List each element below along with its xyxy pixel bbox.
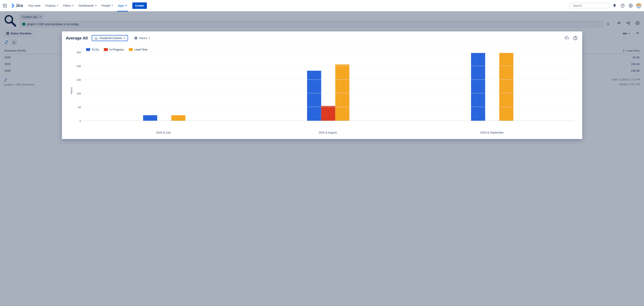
help-icon[interactable] [572,35,578,41]
legend-item[interactable]: In Progress [104,48,124,51]
bar[interactable] [321,106,335,121]
grid-line [82,52,574,52]
legend-item[interactable]: To Do [86,48,99,51]
settings-icon[interactable] [628,3,634,8]
legend-item[interactable]: Lead Time [129,48,148,51]
search-input[interactable] [573,4,608,7]
chart-type-select[interactable]: Clustered Column [92,35,128,41]
y-tick: 150 [76,78,81,82]
legend-swatch [86,48,90,51]
svg-point-35 [135,38,136,39]
jira-logo-text: Jira [16,3,23,8]
bar[interactable] [143,115,157,121]
chart-plot [82,52,574,121]
unit-select[interactable]: Hours [132,35,152,41]
nav-dashboards[interactable]: Dashboards [76,2,99,9]
y-axis: 050100150200250 [74,52,82,121]
top-nav: Jira Your work Projects Filters Dashboar… [0,0,644,11]
legend-swatch [129,48,133,51]
grid-line [82,80,574,80]
grid-line [82,93,574,93]
svg-point-4 [630,5,631,6]
app-switcher-icon[interactable] [2,3,7,8]
bar[interactable] [171,115,185,121]
chevron-down-icon [72,5,74,6]
jira-logo[interactable]: Jira [10,3,23,8]
chevron-down-icon [57,5,58,6]
svg-point-37 [575,39,576,39]
bar[interactable] [471,53,485,121]
chevron-down-icon [124,38,125,39]
y-axis-label: Hours [70,87,73,94]
avatar[interactable] [636,3,642,8]
nav-your-work[interactable]: Your work [26,2,43,9]
y-tick: 0 [80,120,81,122]
topbar-right [569,3,642,8]
nav-items: Your work Projects Filters Dashboards Pe… [26,2,129,9]
eye-icon [134,36,138,40]
chevron-down-icon [112,5,113,6]
nav-filters[interactable]: Filters [61,2,76,9]
bar[interactable] [499,53,513,121]
modal-title: Average All [66,36,88,40]
bar[interactable] [335,64,349,121]
nav-projects[interactable]: Projects [43,2,60,9]
chart-legend: To DoIn ProgressLead Time [86,48,574,51]
chevron-down-icon [95,5,97,6]
x-axis: 2020 & July2020 & August2020 & September [81,129,574,134]
download-icon[interactable] [564,35,569,41]
bar-group [82,52,246,121]
bar[interactable] [307,71,321,121]
chart-modal: Average All Clustered Column Hours To Do… [62,32,582,139]
notifications-icon[interactable] [612,3,618,8]
x-tick: 2020 & August [246,129,410,134]
x-tick: 2020 & September [410,129,574,134]
y-tick: 50 [78,106,81,109]
y-tick: 100 [76,92,81,95]
nav-people[interactable]: People [100,2,115,9]
bar-chart-icon [94,36,98,40]
chevron-down-icon [148,38,150,39]
grid-line [82,107,574,107]
grid-line [82,66,574,66]
jira-icon [10,3,14,8]
create-button[interactable]: Create [132,2,147,9]
bar-group [410,52,574,121]
x-tick: 2020 & July [81,129,246,134]
y-tick: 250 [76,51,81,54]
legend-swatch [104,48,108,51]
help-icon[interactable] [620,3,626,8]
search-box[interactable] [569,3,609,8]
bar-group [246,52,410,121]
chart: To DoIn ProgressLead Time Hours 05010015… [62,44,582,134]
nav-apps[interactable]: Apps [116,2,129,9]
chevron-down-icon [126,5,127,6]
y-tick: 200 [76,65,81,68]
